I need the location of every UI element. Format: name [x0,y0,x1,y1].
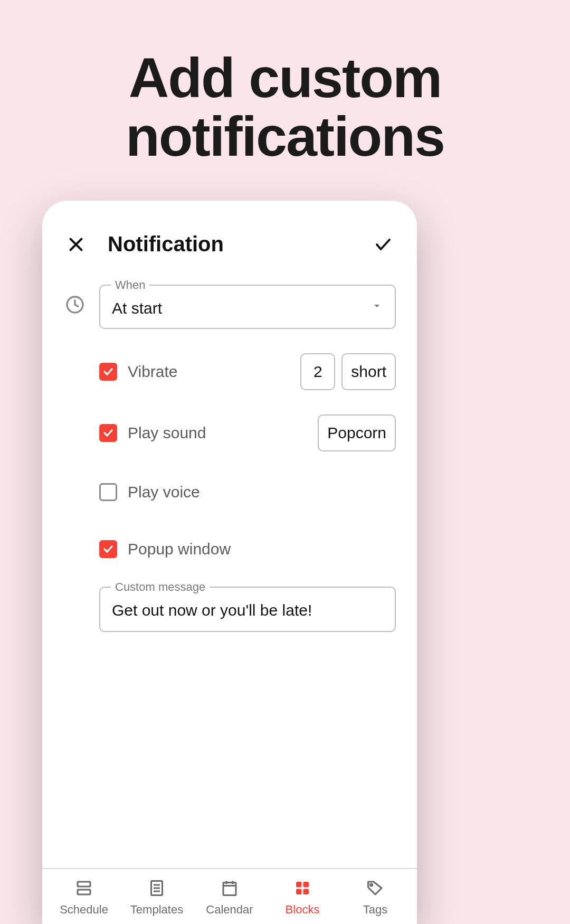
svg-rect-9 [223,883,236,895]
nav-calendar[interactable]: Calendar [195,879,264,917]
nav-templates[interactable]: Templates [122,879,192,917]
confirm-icon[interactable] [373,234,394,255]
blocks-icon [293,879,312,900]
vibrate-duration-select[interactable]: short [341,353,396,390]
popup-row: Popup window [99,533,396,565]
promo-title-line1: Add custom [0,49,570,107]
svg-rect-4 [78,890,90,894]
popup-checkbox[interactable] [99,540,117,558]
screen-title: Notification [108,232,373,256]
svg-rect-16 [303,889,309,895]
vibrate-label: Vibrate [128,363,294,381]
vibrate-row: Vibrate 2 short [99,353,396,390]
schedule-icon [74,879,93,900]
play-voice-row: Play voice [99,476,396,508]
tag-icon [366,879,385,900]
nav-calendar-label: Calendar [206,903,253,917]
svg-rect-15 [296,889,302,895]
chevron-down-icon [370,299,383,314]
sound-select[interactable]: Popcorn [318,414,396,451]
screen-header: Notification [42,201,417,271]
custom-message-value: Get out now or you'll be late! [112,601,383,619]
calendar-icon [220,879,239,900]
promo-title: Add custom notifications [0,0,570,166]
svg-rect-13 [296,882,302,888]
when-select[interactable]: When At start [99,285,396,329]
custom-message-input[interactable]: Custom message Get out now or you'll be … [99,587,396,632]
nav-schedule[interactable]: Schedule [49,879,119,917]
vibrate-checkbox[interactable] [99,363,117,381]
play-voice-checkbox[interactable] [99,483,117,501]
play-sound-label: Play sound [128,424,311,442]
play-sound-checkbox[interactable] [99,424,117,442]
when-value: At start [112,299,383,317]
svg-rect-14 [303,882,309,888]
phone-frame: Notification When At start [42,201,417,924]
nav-blocks-label: Blocks [286,903,320,917]
play-voice-label: Play voice [128,483,396,501]
form-content: When At start Vibrate 2 short [42,271,417,632]
clock-icon [63,293,87,316]
nav-schedule-label: Schedule [60,903,108,917]
nav-templates-label: Templates [130,903,183,917]
nav-tags-label: Tags [363,903,387,917]
play-sound-row: Play sound Popcorn [99,414,396,451]
templates-icon [147,879,166,900]
when-label: When [111,278,149,292]
popup-label: Popup window [128,540,396,558]
promo-title-line2: notifications [0,107,570,166]
bottom-nav: Schedule Templates Calendar Blocks Tags [42,868,417,924]
svg-rect-3 [78,882,90,887]
close-icon[interactable] [65,234,87,255]
svg-point-17 [370,884,372,886]
vibrate-count-input[interactable]: 2 [300,353,335,390]
custom-message-label: Custom message [111,580,210,594]
nav-blocks[interactable]: Blocks [268,879,337,917]
nav-tags[interactable]: Tags [340,879,410,917]
